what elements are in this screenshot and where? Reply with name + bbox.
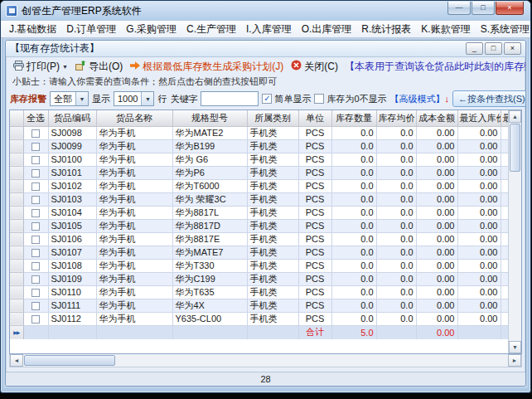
- table-row[interactable]: SJ0110华为手机华为T635手机类PCS0.00.00.000.00: [10, 285, 508, 299]
- simple-display-checkbox[interactable]: ✓ 简单显示: [262, 93, 311, 105]
- row-selector[interactable]: [10, 285, 23, 299]
- table-row[interactable]: SJ0107华为手机华为MATE7手机类PCS0.00.00.000.00: [10, 246, 508, 259]
- row-checkbox[interactable]: [31, 169, 40, 178]
- menu-item[interactable]: C.生产管理: [181, 21, 241, 38]
- table-row[interactable]: SJ0098华为手机华为MATE2手机类PCS0.00.00.000.00: [10, 126, 508, 139]
- table-row[interactable]: SJ0105华为手机华为8817D手机类PCS0.00.00.000.00: [10, 219, 508, 232]
- row-checkbox[interactable]: [31, 249, 40, 257]
- menu-item[interactable]: R.统计报表: [356, 21, 416, 38]
- menu-item[interactable]: J.基础数据: [4, 21, 61, 38]
- row-checkbox[interactable]: [31, 209, 40, 217]
- export-button[interactable]: 导出(O): [73, 59, 125, 75]
- vertical-scrollbar[interactable]: ▲ ▼: [508, 110, 521, 353]
- report-minimize-button[interactable]: _: [466, 42, 483, 55]
- report-close-button[interactable]: ×: [504, 42, 521, 55]
- row-selector[interactable]: [10, 246, 23, 259]
- table-row[interactable]: SJ0112华为手机Y635-CL00手机类PCS0.00.00.000.00: [10, 312, 508, 325]
- cell-spec: 华为C199: [172, 272, 247, 285]
- table-row[interactable]: SJ0109华为手机华为C199手机类PCS0.00.00.000.00: [10, 272, 508, 285]
- vscroll-track[interactable]: [509, 173, 521, 341]
- scroll-up-icon[interactable]: ▲: [509, 110, 521, 123]
- row-selector[interactable]: [10, 126, 23, 139]
- menu-item[interactable]: I.入库管理: [241, 21, 297, 38]
- scroll-right-icon[interactable]: ►: [508, 354, 521, 367]
- menu-item[interactable]: S.系统管理: [476, 21, 530, 38]
- close-button[interactable]: ×: [496, 2, 524, 15]
- horizontal-scrollbar[interactable]: ◄ ►: [9, 354, 522, 367]
- menu-item[interactable]: K.账款管理: [416, 21, 475, 38]
- menu-item[interactable]: G.采购管理: [121, 21, 181, 38]
- search-button[interactable]: ←按条件查找(S): [452, 90, 525, 107]
- column-header-stock-qty[interactable]: 库存数量: [331, 110, 376, 126]
- row-selector[interactable]: [10, 153, 23, 166]
- advanced-mode-link[interactable]: 【高级模式】↓: [390, 93, 450, 105]
- table-row[interactable]: SJ0108华为手机华为T330手机类PCS0.00.00.000.00: [10, 259, 508, 272]
- row-checkbox[interactable]: [31, 129, 40, 138]
- keyword-input[interactable]: [201, 91, 259, 106]
- row-checkbox[interactable]: [31, 156, 40, 164]
- table-row[interactable]: SJ0100华为手机华为 G6手机类PCS0.00.00.000.00: [10, 153, 508, 166]
- column-header-last-out-price[interactable]: 最近出库价: [501, 110, 508, 126]
- table-row[interactable]: SJ0102华为手机华为T6000手机类PCS0.00.00.000.00: [10, 179, 508, 192]
- hscroll-thumb[interactable]: [24, 355, 115, 366]
- row-selector[interactable]: [10, 299, 23, 312]
- cell-name: 华为手机: [96, 246, 172, 259]
- maximize-button[interactable]: □: [472, 2, 495, 15]
- cell-unit: PCS: [298, 246, 331, 259]
- row-selector[interactable]: [10, 219, 23, 232]
- table-row[interactable]: SJ0099华为手机华为B199手机类PCS0.00.00.000.00: [10, 139, 508, 153]
- row-selector[interactable]: [10, 312, 23, 325]
- table-row[interactable]: SJ0106华为手机华为8817E手机类PCS0.00.00.000.00: [10, 232, 508, 246]
- column-header-last-in-price[interactable]: 最近入库价: [457, 110, 501, 126]
- row-selector[interactable]: [10, 166, 23, 179]
- close-report-button[interactable]: 关闭(C): [288, 59, 341, 75]
- vscroll-thumb[interactable]: [510, 124, 520, 172]
- column-header-select-all[interactable]: 全选: [23, 110, 48, 126]
- row-checkbox[interactable]: [31, 262, 40, 270]
- menu-item[interactable]: O.出库管理: [297, 21, 357, 38]
- row-checkbox[interactable]: [31, 289, 40, 297]
- column-header-item-name[interactable]: 货品名称: [96, 110, 172, 126]
- row-selector[interactable]: [10, 206, 23, 219]
- titlebar[interactable]: 创管生产管理ERP系统软件 — □ ×: [1, 1, 530, 21]
- scroll-left-icon[interactable]: ◄: [10, 354, 23, 367]
- table-row[interactable]: SJ0101华为手机华为P6手机类PCS0.00.00.000.00: [10, 166, 508, 179]
- column-header-spec-model[interactable]: 规格型号: [172, 110, 247, 126]
- minimize-button[interactable]: —: [447, 2, 471, 15]
- rows-count-select[interactable]: 1000 ▼: [114, 91, 154, 106]
- menu-item[interactable]: D.订单管理: [61, 21, 121, 38]
- hide-zero-stock-checkbox[interactable]: 库存为0不显示: [314, 93, 386, 105]
- cell-last_in: 0.00: [457, 285, 501, 299]
- table-row[interactable]: SJ0104华为手机华为8817L手机类PCS0.00.00.000.00: [10, 206, 508, 219]
- row-checkbox[interactable]: [31, 315, 40, 324]
- print-dropdown-icon[interactable]: ▼: [62, 64, 68, 70]
- row-checkbox[interactable]: [31, 302, 40, 310]
- report-maximize-button[interactable]: □: [485, 42, 502, 55]
- row-checkbox[interactable]: [31, 236, 40, 244]
- column-header-avg-price[interactable]: 库存均价: [376, 110, 416, 126]
- column-header-item-code[interactable]: 货品编码: [48, 110, 96, 126]
- report-titlebar[interactable]: 【现有存货统计表】 _ □ ×: [6, 41, 525, 57]
- print-button[interactable]: 打印(P) ▼: [11, 59, 70, 75]
- column-header-cost-amount[interactable]: 成本金额: [416, 110, 457, 126]
- row-selector[interactable]: [10, 272, 23, 285]
- row-selector[interactable]: [10, 179, 23, 192]
- scroll-down-icon[interactable]: ▼: [509, 341, 521, 353]
- row-checkbox[interactable]: [31, 143, 40, 151]
- row-selector[interactable]: [10, 259, 23, 272]
- row-selector[interactable]: [10, 192, 23, 206]
- stock-alarm-select[interactable]: 全部 ▼: [50, 91, 89, 106]
- row-selector[interactable]: [10, 139, 23, 153]
- row-checkbox[interactable]: [31, 222, 40, 231]
- row-checkbox[interactable]: [31, 275, 40, 284]
- column-header-category[interactable]: 所属类别: [247, 110, 298, 126]
- table-row[interactable]: SJ0103华为手机华为 荣耀3C手机类PCS0.00.00.000.00: [10, 192, 508, 206]
- row-checkbox[interactable]: [31, 182, 40, 191]
- column-header-unit[interactable]: 单位: [298, 110, 331, 126]
- row-checkbox[interactable]: [31, 196, 40, 204]
- table-row[interactable]: SJ0111华为手机华为4X手机类PCS0.00.00.000.00: [10, 299, 508, 312]
- hscroll-track[interactable]: [116, 354, 508, 367]
- generate-purchase-plan-button[interactable]: 根据最低库存数生成采购计划(J): [128, 59, 286, 75]
- cell-code: SJ0101: [48, 166, 96, 179]
- row-selector[interactable]: [10, 232, 23, 246]
